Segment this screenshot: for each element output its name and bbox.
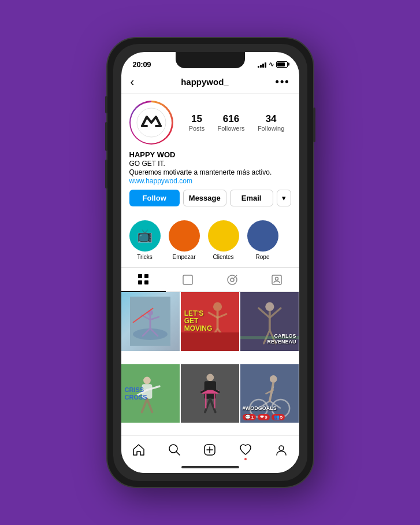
posts-label: Posts [189, 125, 205, 132]
action-buttons: Follow Message Email ▾ [129, 190, 291, 206]
stat-following[interactable]: 34 Following [258, 113, 284, 132]
avatar-logo [134, 105, 169, 140]
signal-bar-3 [262, 64, 264, 68]
volume-up-button [105, 122, 107, 151]
grid-icon [137, 273, 149, 285]
profile-icon [275, 443, 288, 456]
tab-grid[interactable] [121, 268, 166, 292]
following-label: Following [258, 125, 284, 132]
like-count: 9 [265, 415, 267, 420]
add-icon [203, 443, 216, 456]
signal-icon [258, 61, 266, 68]
avatar-ring [129, 101, 173, 145]
fitness-bg [181, 364, 240, 423]
story-rope[interactable]: Rope [247, 220, 278, 260]
grid-item-1[interactable] [121, 292, 180, 351]
screen-content: 20:09 ∿ [121, 52, 299, 473]
svg-rect-4 [144, 280, 148, 284]
posts-count: 15 [191, 113, 202, 125]
silent-switch [105, 96, 107, 113]
svg-point-29 [265, 302, 274, 311]
brand-logo [136, 108, 166, 138]
profile-link[interactable]: www.happywod.com [129, 177, 291, 185]
heart-icon [239, 443, 252, 456]
nav-search[interactable] [163, 441, 186, 459]
wifi-icon: ∿ [269, 61, 274, 68]
notch [176, 52, 245, 68]
followers-count: 616 [223, 113, 239, 125]
profile-name: HAPPY WOD [129, 150, 291, 159]
tag-icon [226, 274, 238, 286]
tab-reels[interactable] [166, 268, 210, 291]
message-button[interactable]: Message [183, 190, 226, 206]
notification-dot [244, 458, 247, 460]
follow-button[interactable]: Follow [129, 190, 180, 206]
back-button[interactable]: ‹ [131, 75, 135, 88]
story-clientes[interactable]: Clientes [208, 220, 239, 260]
grid-item-3[interactable]: CARLOS REVENEAU [240, 292, 299, 351]
grid-item-4-inner: CRISS CROSS [121, 364, 180, 423]
yoga-figure [130, 297, 170, 346]
svg-point-67 [279, 446, 284, 450]
home-icon [132, 443, 145, 456]
stories-row: 📺 Tricks Empezar Clientes [121, 218, 299, 267]
signal-bar-4 [265, 62, 266, 68]
content-tab-bar [121, 267, 299, 292]
home-bar [181, 466, 239, 468]
nav-home[interactable] [127, 441, 150, 459]
grid-item-5-inner [181, 364, 240, 423]
grid-6-badges: 💬 1 ❤ 9 👥 5 [243, 414, 285, 420]
story-empezar[interactable]: Empezar [169, 220, 200, 260]
power-button [313, 108, 315, 142]
grid-4-text: CRISS CROSS [121, 364, 180, 423]
nav-add[interactable] [198, 441, 221, 459]
svg-point-12 [133, 328, 168, 340]
nav-heart[interactable] [234, 441, 257, 459]
story-circle-rope [247, 220, 278, 252]
profile-info: HAPPY WOD GO GET IT. Queremos motivarte … [129, 150, 291, 185]
phone-device: 20:09 ∿ [106, 37, 314, 488]
status-time: 20:09 [133, 60, 151, 69]
dropdown-button[interactable]: ▾ [277, 190, 291, 206]
grid-item-6-inner: #WODGOALS 💬 1 ❤ 9 [240, 364, 299, 423]
email-button[interactable]: Email [230, 190, 273, 206]
like-badge: ❤ 9 [258, 414, 269, 420]
story-tricks[interactable]: 📺 Tricks [129, 220, 161, 260]
tab-mentions[interactable] [255, 268, 299, 291]
comment-icon: 💬 [245, 415, 251, 420]
people-count: 5 [280, 415, 283, 420]
profile-bio: Queremos motivarte a mantenerte más acti… [129, 168, 291, 176]
stat-followers[interactable]: 616 Followers [217, 113, 244, 132]
svg-rect-5 [183, 275, 192, 284]
grid-item-6[interactable]: #WODGOALS 💬 1 ❤ 9 [240, 364, 299, 423]
grid-2-text: LET'S GET MOVING [181, 292, 240, 351]
people-icon: 👥 [274, 415, 280, 420]
grid-item-3-inner: CARLOS REVENEAU [240, 292, 299, 351]
nav-profile[interactable] [270, 441, 293, 459]
tab-tagged[interactable] [210, 268, 255, 291]
svg-rect-3 [138, 280, 142, 284]
following-count: 34 [266, 113, 277, 125]
square-icon [182, 274, 194, 286]
people-badge: 👥 5 [272, 414, 285, 420]
grid-item-2[interactable]: LET'S GET MOVING [181, 292, 240, 351]
avatar-wrapper [129, 101, 173, 145]
stat-posts[interactable]: 15 Posts [189, 113, 205, 132]
grid-item-5[interactable] [181, 364, 240, 423]
photo-grid: LET'S GET MOVING [121, 292, 299, 435]
profile-header: ‹ happywod_ ••• [121, 73, 299, 94]
story-label-empezar: Empezar [172, 254, 195, 260]
profile-section: 15 Posts 616 Followers 34 Following [121, 94, 299, 218]
stats-container: 15 Posts 616 Followers 34 Following [183, 113, 291, 132]
grid-item-4[interactable]: CRISS CROSS [121, 364, 180, 423]
svg-point-44 [206, 374, 214, 381]
story-circle-empezar [169, 220, 200, 252]
grid-item-2-inner: LET'S GET MOVING [181, 292, 240, 351]
wodgoals-text: #WODGOALS [243, 402, 277, 412]
more-options-button[interactable]: ••• [276, 76, 290, 88]
status-icons: ∿ [258, 61, 288, 68]
story-circle-tricks: 📺 [129, 220, 161, 252]
email-label: Email [241, 194, 262, 202]
comment-count: 1 [251, 415, 254, 420]
avatar-inner [131, 102, 172, 143]
